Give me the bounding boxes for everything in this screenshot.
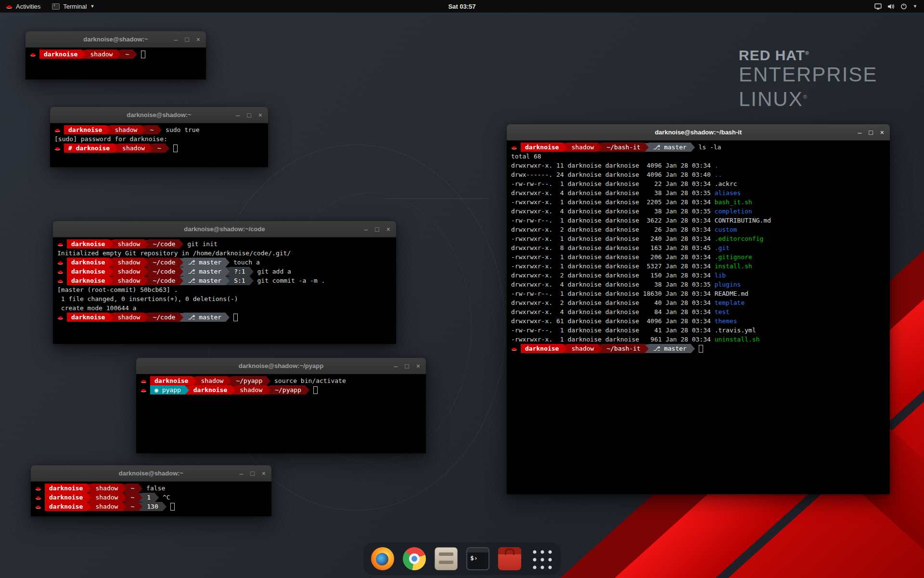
redhat-prompt-icon [57, 315, 64, 320]
chrome-icon[interactable] [403, 547, 426, 570]
close-button[interactable]: × [880, 129, 884, 136]
maximize-button[interactable]: □ [869, 129, 873, 136]
terminal-text: test [715, 308, 730, 315]
maximize-button[interactable]: □ [250, 470, 254, 477]
terminal-text: -rwxrwxr-x. 1 darknoise darknoise 2205 J… [511, 198, 715, 206]
terminal-line: darknoiseshadow~/bash-it⎇ master [511, 344, 886, 353]
terminal-content[interactable]: darknoiseshadow~/code git initInitialize… [53, 237, 396, 344]
prompt-segment: darknoise [39, 50, 82, 59]
window-titlebar[interactable]: darknoise@shadow:~/bash-it – □ × [507, 124, 890, 141]
prompt-segment: ⎇ master [649, 344, 691, 353]
terminal-text: drwxrwxr-x. 4 darknoise darknoise 84 Jan… [511, 308, 715, 315]
clock[interactable]: Sat 03:57 [448, 3, 475, 10]
terminal-line: darknoiseshadow~/bash-it⎇ master ls -la [511, 143, 886, 152]
files-icon[interactable] [435, 547, 458, 570]
terminal-content[interactable]: darknoiseshadow~ [26, 48, 206, 79]
powerline-arrow [598, 143, 602, 152]
minimize-button[interactable]: – [236, 112, 240, 118]
terminal-text: 1 file changed, 0 insertions(+), 0 delet… [57, 295, 238, 302]
powerline-arrow [166, 144, 169, 153]
firefox-icon[interactable] [371, 547, 394, 570]
redhat-prompt-icon [35, 495, 41, 500]
close-button[interactable]: × [416, 363, 420, 369]
window-title: darknoise@shadow:~ [119, 470, 183, 477]
powerline-arrow [109, 313, 113, 322]
minimize-button[interactable]: – [240, 470, 244, 477]
terminal-text: . [715, 162, 719, 169]
prompt-segment: ~ [153, 144, 166, 153]
system-status-area[interactable]: ▼ [870, 0, 922, 13]
maximize-button[interactable]: □ [185, 36, 189, 43]
prompt-segment: shadow [91, 502, 122, 511]
minimize-button[interactable]: – [364, 226, 368, 233]
close-button[interactable]: × [386, 226, 390, 233]
terminal-cursor [173, 144, 178, 152]
terminal-text: git init [183, 240, 217, 248]
activities-button[interactable]: Activities [0, 0, 46, 13]
window-titlebar[interactable]: darknoise@shadow:~ – □ × [26, 31, 206, 48]
close-button[interactable]: × [196, 36, 200, 43]
terminal-text: -rw-rw-r--. 1 darknoise darknoise 18630 … [511, 290, 715, 297]
powerline-arrow [645, 143, 649, 152]
terminal-line: drwxrwxr-x. 61 darknoise darknoise 4096 … [511, 316, 886, 326]
terminal-icon[interactable] [466, 547, 489, 570]
redhat-prompt-icon [57, 278, 64, 284]
terminal-cursor [233, 314, 238, 321]
terminal-line: drwxrwxr-x. 2 darknoise darknoise 26 Jan… [511, 225, 886, 234]
terminal-text: create mode 100644 a [57, 304, 136, 312]
wallpaper-line [385, 198, 488, 199]
prompt-segment: shadow [113, 313, 144, 322]
minimize-button[interactable]: – [858, 129, 862, 136]
terminal-line: [sudo] password for darknoise: [54, 134, 264, 144]
close-button[interactable]: × [258, 112, 262, 118]
volume-icon [887, 3, 895, 10]
terminal-content[interactable]: darknoiseshadow~/bash-it⎇ master ls -lat… [507, 141, 890, 494]
toolbox-icon[interactable] [498, 547, 521, 570]
terminal-text: total 68 [511, 153, 541, 160]
window-titlebar[interactable]: darknoise@shadow:~ – □ × [31, 465, 271, 482]
prompt-segment: shadow [567, 344, 598, 353]
prompt-segment: darknoise [45, 484, 87, 493]
maximize-button[interactable]: □ [405, 363, 409, 369]
terminal-text: .. [715, 171, 722, 178]
close-button[interactable]: × [262, 470, 266, 477]
powerline-arrow [250, 267, 254, 276]
powerline-arrow [228, 377, 231, 385]
terminal-text: -rw-rw-r--. 1 darknoise darknoise 22 Jan… [511, 180, 715, 187]
minimize-button[interactable]: – [394, 363, 398, 369]
powerline-arrow [139, 502, 142, 511]
terminal-text: .ackrc [715, 180, 737, 187]
powerline-arrow [231, 386, 235, 394]
window-titlebar[interactable]: darknoise@shadow:~ – □ × [50, 107, 268, 123]
prompt-segment: shadow [118, 144, 149, 153]
terminal-text: themes [715, 317, 737, 325]
terminal-cursor [170, 503, 175, 511]
window-titlebar[interactable]: darknoise@shadow:~/pyapp – □ × [136, 358, 426, 374]
terminal-content[interactable]: darknoiseshadow~ sudo true[sudo] passwor… [50, 123, 268, 167]
terminal-text: sudo true [162, 126, 199, 133]
terminal-content[interactable]: darknoiseshadow~ falsedarknoiseshadow~1 … [31, 482, 271, 516]
powerline-arrow [226, 267, 230, 276]
powerline-arrow [691, 143, 695, 152]
terminal-line: -rwxrwxr-x. 1 darknoise darknoise 961 Ja… [511, 335, 886, 344]
chevron-down-icon: ▼ [90, 4, 94, 9]
minimize-button[interactable]: – [174, 36, 178, 43]
app-grid-icon[interactable] [531, 548, 552, 569]
prompt-segment: darknoise [67, 276, 109, 285]
app-menu[interactable]: Terminal ▼ [46, 0, 100, 13]
window-titlebar[interactable]: darknoise@shadow:~/code – □ × [53, 221, 396, 237]
terminal-line: darknoiseshadow~ [30, 50, 202, 59]
maximize-button[interactable]: □ [375, 226, 379, 233]
terminal-text: drwxrwxr-x. 2 darknoise darknoise 26 Jan… [511, 226, 715, 233]
powerline-arrow [87, 484, 91, 493]
terminal-content[interactable]: darknoiseshadow~/pyapp source bin/activa… [136, 374, 426, 453]
prompt-segment: shadow [110, 125, 141, 134]
powerline-arrow [250, 276, 254, 285]
powerline-arrow [144, 313, 148, 322]
powerline-arrow [267, 386, 270, 394]
redhat-prompt-icon [141, 387, 147, 393]
terminal-line: -rwxrwxr-x. 1 darknoise darknoise 206 Ja… [511, 252, 886, 262]
maximize-button[interactable]: □ [247, 112, 251, 118]
powerline-arrow [87, 502, 91, 511]
terminal-text: drwxrwxr-x. 2 darknoise darknoise 40 Jan… [511, 299, 715, 306]
